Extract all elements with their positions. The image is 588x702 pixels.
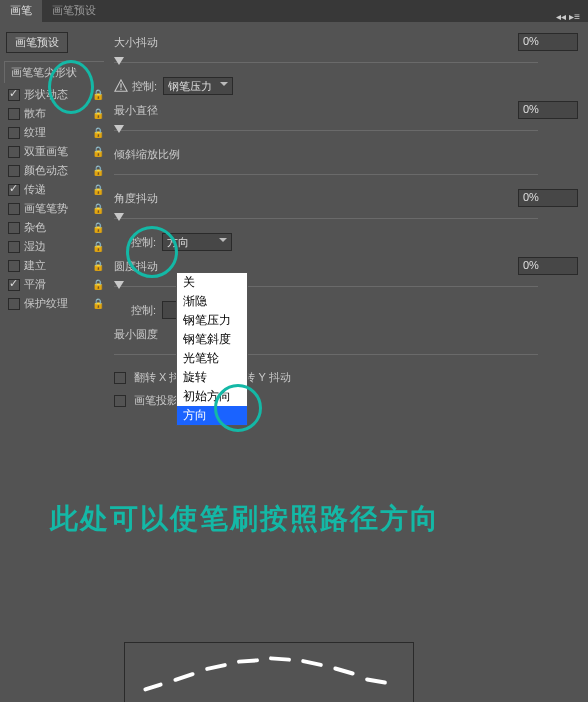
sidebar-item-label: 形状动态 xyxy=(24,87,68,102)
dropdown-option[interactable]: 关 xyxy=(177,273,247,292)
lock-icon[interactable]: 🔒 xyxy=(92,279,104,290)
tilt-scale-slider xyxy=(114,168,578,182)
control2-label: 控制: xyxy=(114,235,162,250)
lock-icon[interactable]: 🔒 xyxy=(92,298,104,309)
lock-icon[interactable]: 🔒 xyxy=(92,108,104,119)
angle-jitter-field[interactable]: 0% xyxy=(518,189,578,207)
checkbox[interactable] xyxy=(8,222,20,234)
brush-preset-button[interactable]: 画笔预设 xyxy=(6,32,68,53)
svg-rect-2 xyxy=(120,89,121,90)
min-diameter-field[interactable]: 0% xyxy=(518,101,578,119)
sidebar-item-7[interactable]: 杂色🔒 xyxy=(4,218,104,237)
sidebar-item-label: 颜色动态 xyxy=(24,163,68,178)
annotation-text: 此处可以使笔刷按照路径方向 xyxy=(50,500,440,538)
min-diameter-label: 最小直径 xyxy=(114,103,186,118)
direction-dropdown[interactable]: 关渐隐钢笔压力钢笔斜度光笔轮旋转初始方向方向 xyxy=(176,272,248,426)
brush-sidebar: 画笔预设 画笔笔尖形状 形状动态🔒散布🔒纹理🔒双重画笔🔒颜色动态🔒传递🔒画笔笔势… xyxy=(0,22,108,414)
sidebar-item-2[interactable]: 纹理🔒 xyxy=(4,123,104,142)
size-jitter-label: 大小抖动 xyxy=(114,35,186,50)
tab-brush-preset[interactable]: 画笔预设 xyxy=(42,0,106,22)
dropdown-option[interactable]: 旋转 xyxy=(177,368,247,387)
sidebar-item-1[interactable]: 散布🔒 xyxy=(4,104,104,123)
warning-icon xyxy=(114,79,128,93)
dropdown-option[interactable]: 钢笔压力 xyxy=(177,311,247,330)
min-diameter-slider[interactable] xyxy=(114,124,578,138)
sidebar-item-3[interactable]: 双重画笔🔒 xyxy=(4,142,104,161)
angle-jitter-label: 角度抖动 xyxy=(114,191,186,206)
dropdown-option[interactable]: 钢笔斜度 xyxy=(177,330,247,349)
sidebar-item-9[interactable]: 建立🔒 xyxy=(4,256,104,275)
checkbox[interactable] xyxy=(8,241,20,253)
sidebar-item-label: 杂色 xyxy=(24,220,46,235)
lock-icon[interactable]: 🔒 xyxy=(92,203,104,214)
lock-icon[interactable]: 🔒 xyxy=(92,222,104,233)
sidebar-item-label: 建立 xyxy=(24,258,46,273)
checkbox[interactable] xyxy=(8,165,20,177)
sidebar-item-label: 纹理 xyxy=(24,125,46,140)
sidebar-item-label: 双重画笔 xyxy=(24,144,68,159)
checkbox[interactable] xyxy=(8,146,20,158)
sidebar-item-label: 传递 xyxy=(24,182,46,197)
brush-projection-label: 画笔投影 xyxy=(134,393,178,408)
sidebar-item-6[interactable]: 画笔笔势🔒 xyxy=(4,199,104,218)
sidebar-item-label: 湿边 xyxy=(24,239,46,254)
sidebar-item-5[interactable]: 传递🔒 xyxy=(4,180,104,199)
control-label: 控制: xyxy=(132,79,157,94)
checkbox[interactable] xyxy=(8,203,20,215)
dropdown-option[interactable]: 方向 xyxy=(177,406,247,425)
dropdown-option[interactable]: 初始方向 xyxy=(177,387,247,406)
checkbox[interactable] xyxy=(8,89,20,101)
size-jitter-slider[interactable] xyxy=(114,56,578,70)
sidebar-item-11[interactable]: 保护纹理🔒 xyxy=(4,294,104,313)
checkbox[interactable] xyxy=(8,184,20,196)
sidebar-item-label: 散布 xyxy=(24,106,46,121)
sidebar-item-label: 画笔笔势 xyxy=(24,201,68,216)
lock-icon[interactable]: 🔒 xyxy=(92,127,104,138)
angle-jitter-slider[interactable] xyxy=(114,212,578,226)
sidebar-item-8[interactable]: 湿边🔒 xyxy=(4,237,104,256)
roundness-jitter-field[interactable]: 0% xyxy=(518,257,578,275)
stroke-preview xyxy=(124,642,414,702)
checkbox[interactable] xyxy=(8,279,20,291)
lock-icon[interactable]: 🔒 xyxy=(92,241,104,252)
lock-icon[interactable]: 🔒 xyxy=(92,184,104,195)
checkbox[interactable] xyxy=(8,127,20,139)
size-jitter-field[interactable]: 0% xyxy=(518,33,578,51)
sidebar-item-label: 平滑 xyxy=(24,277,46,292)
panel-menu-icon[interactable]: ◂◂ ▸≡ xyxy=(548,11,588,22)
dropdown-option[interactable]: 光笔轮 xyxy=(177,349,247,368)
min-roundness-label: 最小圆度 xyxy=(114,327,158,342)
tilt-scale-label: 倾斜缩放比例 xyxy=(114,147,180,162)
sidebar-item-4[interactable]: 颜色动态🔒 xyxy=(4,161,104,180)
control-select-pen-pressure[interactable]: 钢笔压力 xyxy=(163,77,233,95)
control2-select-direction[interactable]: 方向 xyxy=(162,233,232,251)
brush-tip-shape-header[interactable]: 画笔笔尖形状 xyxy=(4,61,104,83)
checkbox[interactable] xyxy=(8,298,20,310)
checkbox[interactable] xyxy=(8,260,20,272)
lock-icon[interactable]: 🔒 xyxy=(92,165,104,176)
tab-brush[interactable]: 画笔 xyxy=(0,0,42,22)
svg-rect-1 xyxy=(120,83,121,87)
lock-icon[interactable]: 🔒 xyxy=(92,260,104,271)
flip-x-checkbox[interactable] xyxy=(114,372,126,384)
sidebar-item-10[interactable]: 平滑🔒 xyxy=(4,275,104,294)
sidebar-item-0[interactable]: 形状动态🔒 xyxy=(4,85,104,104)
lock-icon[interactable]: 🔒 xyxy=(92,89,104,100)
dropdown-option[interactable]: 渐隐 xyxy=(177,292,247,311)
brush-projection-checkbox[interactable] xyxy=(114,395,126,407)
checkbox[interactable] xyxy=(8,108,20,120)
control3-label: 控制: xyxy=(114,303,162,318)
lock-icon[interactable]: 🔒 xyxy=(92,146,104,157)
sidebar-item-label: 保护纹理 xyxy=(24,296,68,311)
